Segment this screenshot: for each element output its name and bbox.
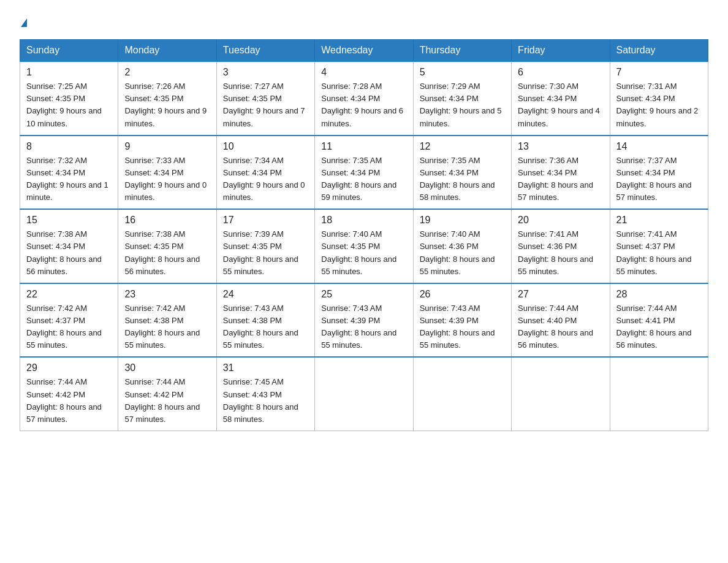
day-info: Sunrise: 7:30 AMSunset: 4:34 PMDaylight:… — [518, 80, 603, 130]
day-info: Sunrise: 7:44 AMSunset: 4:40 PMDaylight:… — [518, 302, 603, 352]
day-number: 30 — [124, 362, 210, 373]
day-info: Sunrise: 7:45 AMSunset: 4:43 PMDaylight:… — [223, 376, 308, 426]
day-info: Sunrise: 7:42 AMSunset: 4:38 PMDaylight:… — [124, 302, 210, 352]
calendar-cell: 25Sunrise: 7:43 AMSunset: 4:39 PMDayligh… — [315, 283, 413, 358]
calendar-cell: 4Sunrise: 7:28 AMSunset: 4:34 PMDaylight… — [315, 61, 413, 136]
col-header-saturday: Saturday — [610, 40, 708, 62]
calendar-cell: 13Sunrise: 7:36 AMSunset: 4:34 PMDayligh… — [512, 136, 610, 210]
calendar-cell: 18Sunrise: 7:40 AMSunset: 4:35 PMDayligh… — [315, 209, 413, 283]
day-number: 2 — [124, 67, 210, 78]
week-row-5: 29Sunrise: 7:44 AMSunset: 4:42 PMDayligh… — [20, 357, 708, 431]
logo-triangle-icon — [21, 18, 27, 27]
col-header-tuesday: Tuesday — [216, 40, 314, 62]
day-info: Sunrise: 7:43 AMSunset: 4:39 PMDaylight:… — [321, 302, 406, 352]
calendar-cell — [413, 357, 511, 431]
day-number: 29 — [26, 362, 112, 373]
logo — [20, 15, 27, 29]
day-info: Sunrise: 7:41 AMSunset: 4:36 PMDaylight:… — [518, 228, 603, 278]
day-number: 6 — [518, 67, 603, 78]
calendar-cell: 11Sunrise: 7:35 AMSunset: 4:34 PMDayligh… — [315, 136, 413, 210]
day-number: 25 — [321, 289, 406, 300]
calendar-cell — [315, 357, 413, 431]
day-info: Sunrise: 7:35 AMSunset: 4:34 PMDaylight:… — [321, 155, 406, 204]
calendar-cell: 24Sunrise: 7:43 AMSunset: 4:38 PMDayligh… — [216, 283, 314, 358]
calendar-cell: 7Sunrise: 7:31 AMSunset: 4:34 PMDaylight… — [610, 61, 708, 136]
col-header-friday: Friday — [512, 40, 610, 62]
calendar-cell: 19Sunrise: 7:40 AMSunset: 4:36 PMDayligh… — [413, 209, 511, 283]
day-number: 8 — [26, 141, 112, 152]
day-info: Sunrise: 7:43 AMSunset: 4:39 PMDaylight:… — [420, 302, 505, 352]
day-info: Sunrise: 7:27 AMSunset: 4:35 PMDaylight:… — [223, 80, 308, 130]
calendar-cell: 22Sunrise: 7:42 AMSunset: 4:37 PMDayligh… — [20, 283, 118, 358]
calendar-cell: 12Sunrise: 7:35 AMSunset: 4:34 PMDayligh… — [413, 136, 511, 210]
calendar-cell: 23Sunrise: 7:42 AMSunset: 4:38 PMDayligh… — [118, 283, 216, 358]
col-header-monday: Monday — [118, 40, 216, 62]
calendar-cell: 2Sunrise: 7:26 AMSunset: 4:35 PMDaylight… — [118, 61, 216, 136]
day-number: 5 — [420, 67, 505, 78]
day-number: 27 — [518, 289, 603, 300]
day-info: Sunrise: 7:32 AMSunset: 4:34 PMDaylight:… — [26, 155, 112, 204]
day-number: 20 — [518, 215, 603, 226]
day-number: 26 — [420, 289, 505, 300]
col-header-wednesday: Wednesday — [315, 40, 413, 62]
day-number: 17 — [223, 215, 308, 226]
col-header-sunday: Sunday — [20, 40, 118, 62]
calendar-cell: 26Sunrise: 7:43 AMSunset: 4:39 PMDayligh… — [413, 283, 511, 358]
day-number: 9 — [124, 141, 210, 152]
calendar-cell: 21Sunrise: 7:41 AMSunset: 4:37 PMDayligh… — [610, 209, 708, 283]
calendar-cell: 20Sunrise: 7:41 AMSunset: 4:36 PMDayligh… — [512, 209, 610, 283]
calendar-header-row: SundayMondayTuesdayWednesdayThursdayFrid… — [20, 40, 708, 62]
day-number: 31 — [223, 362, 308, 373]
day-info: Sunrise: 7:33 AMSunset: 4:34 PMDaylight:… — [124, 155, 210, 204]
day-number: 23 — [124, 289, 210, 300]
day-number: 28 — [616, 289, 702, 300]
day-info: Sunrise: 7:36 AMSunset: 4:34 PMDaylight:… — [518, 155, 603, 204]
day-info: Sunrise: 7:44 AMSunset: 4:42 PMDaylight:… — [26, 376, 112, 426]
day-number: 3 — [223, 67, 308, 78]
day-info: Sunrise: 7:42 AMSunset: 4:37 PMDaylight:… — [26, 302, 112, 352]
day-info: Sunrise: 7:31 AMSunset: 4:34 PMDaylight:… — [616, 80, 702, 130]
calendar-cell: 17Sunrise: 7:39 AMSunset: 4:35 PMDayligh… — [216, 209, 314, 283]
day-info: Sunrise: 7:37 AMSunset: 4:34 PMDaylight:… — [616, 155, 702, 204]
calendar-table: SundayMondayTuesdayWednesdayThursdayFrid… — [20, 39, 708, 431]
day-number: 1 — [26, 67, 112, 78]
day-number: 11 — [321, 141, 406, 152]
day-info: Sunrise: 7:28 AMSunset: 4:34 PMDaylight:… — [321, 80, 406, 130]
day-info: Sunrise: 7:29 AMSunset: 4:34 PMDaylight:… — [420, 80, 505, 130]
page-header — [20, 15, 708, 29]
calendar-cell: 8Sunrise: 7:32 AMSunset: 4:34 PMDaylight… — [20, 136, 118, 210]
calendar-cell: 28Sunrise: 7:44 AMSunset: 4:41 PMDayligh… — [610, 283, 708, 358]
calendar-cell: 9Sunrise: 7:33 AMSunset: 4:34 PMDaylight… — [118, 136, 216, 210]
day-info: Sunrise: 7:40 AMSunset: 4:36 PMDaylight:… — [420, 228, 505, 278]
day-number: 4 — [321, 67, 406, 78]
week-row-4: 22Sunrise: 7:42 AMSunset: 4:37 PMDayligh… — [20, 283, 708, 358]
day-info: Sunrise: 7:43 AMSunset: 4:38 PMDaylight:… — [223, 302, 308, 352]
week-row-3: 15Sunrise: 7:38 AMSunset: 4:34 PMDayligh… — [20, 209, 708, 283]
day-info: Sunrise: 7:44 AMSunset: 4:41 PMDaylight:… — [616, 302, 702, 352]
calendar-cell — [512, 357, 610, 431]
calendar-cell: 6Sunrise: 7:30 AMSunset: 4:34 PMDaylight… — [512, 61, 610, 136]
day-number: 18 — [321, 215, 406, 226]
calendar-cell: 3Sunrise: 7:27 AMSunset: 4:35 PMDaylight… — [216, 61, 314, 136]
day-info: Sunrise: 7:25 AMSunset: 4:35 PMDaylight:… — [26, 80, 112, 130]
calendar-cell: 16Sunrise: 7:38 AMSunset: 4:35 PMDayligh… — [118, 209, 216, 283]
calendar-cell: 10Sunrise: 7:34 AMSunset: 4:34 PMDayligh… — [216, 136, 314, 210]
day-info: Sunrise: 7:35 AMSunset: 4:34 PMDaylight:… — [420, 155, 505, 204]
calendar-cell: 14Sunrise: 7:37 AMSunset: 4:34 PMDayligh… — [610, 136, 708, 210]
week-row-1: 1Sunrise: 7:25 AMSunset: 4:35 PMDaylight… — [20, 61, 708, 136]
calendar-cell: 15Sunrise: 7:38 AMSunset: 4:34 PMDayligh… — [20, 209, 118, 283]
day-number: 21 — [616, 215, 702, 226]
day-number: 14 — [616, 141, 702, 152]
day-number: 12 — [420, 141, 505, 152]
day-info: Sunrise: 7:38 AMSunset: 4:35 PMDaylight:… — [124, 228, 210, 278]
day-info: Sunrise: 7:40 AMSunset: 4:35 PMDaylight:… — [321, 228, 406, 278]
day-number: 19 — [420, 215, 505, 226]
calendar-cell: 29Sunrise: 7:44 AMSunset: 4:42 PMDayligh… — [20, 357, 118, 431]
calendar-cell: 30Sunrise: 7:44 AMSunset: 4:42 PMDayligh… — [118, 357, 216, 431]
day-info: Sunrise: 7:26 AMSunset: 4:35 PMDaylight:… — [124, 80, 210, 130]
day-number: 7 — [616, 67, 702, 78]
calendar-cell: 27Sunrise: 7:44 AMSunset: 4:40 PMDayligh… — [512, 283, 610, 358]
col-header-thursday: Thursday — [413, 40, 511, 62]
week-row-2: 8Sunrise: 7:32 AMSunset: 4:34 PMDaylight… — [20, 136, 708, 210]
day-info: Sunrise: 7:41 AMSunset: 4:37 PMDaylight:… — [616, 228, 702, 278]
